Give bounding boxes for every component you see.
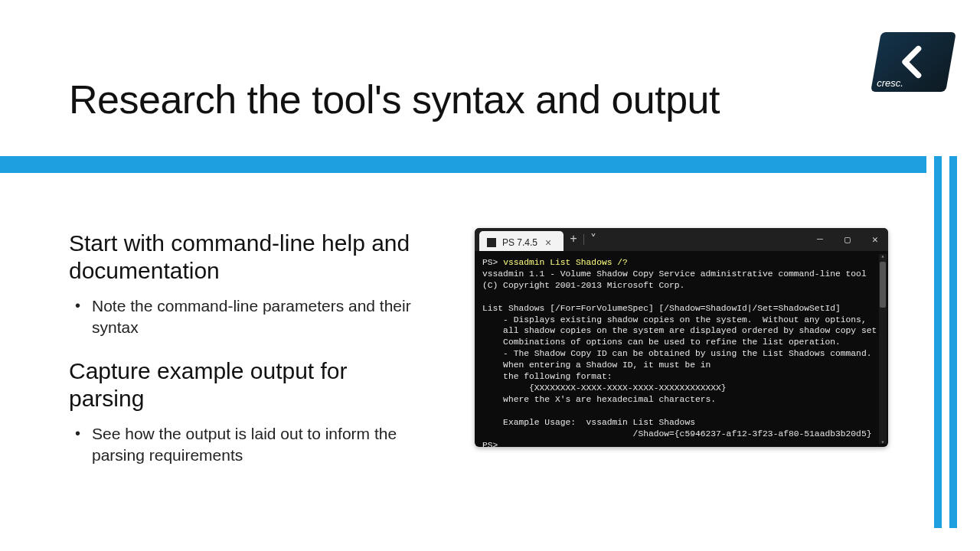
terminal-body[interactable]: PS> vssadmin List Shadows /? vssadmin 1.… [475, 251, 888, 447]
chevron-left-icon [893, 42, 933, 82]
output-line: - Displays existing shadow copies on the… [482, 315, 867, 324]
terminal-titlebar: PS 7.4.5 × + ˅ — ▢ ✕ [475, 228, 888, 251]
prompt: PS> [482, 441, 498, 448]
minimize-button[interactable]: — [807, 233, 833, 246]
output-line: /Shadow={c5946237-af12-3f23-af80-51aadb3… [482, 429, 871, 439]
accent-bar [0, 156, 926, 173]
section-heading: Capture example output for parsing [69, 357, 429, 412]
bullet-list: Note the command-line parameters and the… [69, 295, 429, 339]
terminal-scrollbar[interactable]: ▴ ▾ [879, 254, 887, 444]
terminal-tab[interactable]: PS 7.4.5 × [479, 231, 564, 251]
output-line: Example Usage: vssadmin List Shadows [482, 418, 695, 427]
accent-side-bar [949, 156, 957, 528]
output-line: - The Shadow Copy ID can be obtained by … [482, 349, 871, 358]
new-tab-controls: + ˅ [564, 232, 603, 247]
output-line: Combinations of options can be used to r… [482, 337, 841, 347]
content-left: Start with command-line help and documen… [69, 230, 429, 484]
output-line: the following format: [482, 372, 612, 381]
output-line: (C) Copyright 2001-2013 Microsoft Corp. [482, 281, 684, 290]
output-line: List Shadows [/For=ForVolumeSpec] [/Shad… [482, 304, 841, 313]
close-button[interactable]: ✕ [862, 233, 888, 246]
scroll-down-icon[interactable]: ▾ [879, 439, 887, 445]
prompt: PS> [482, 258, 498, 267]
output-line: When entering a Shadow ID, it must be in [482, 360, 710, 370]
command-text: vssadmin List Shadows /? [503, 258, 628, 267]
accent-side-bar-inner [934, 156, 942, 528]
scroll-up-icon[interactable]: ▴ [879, 253, 887, 259]
section-heading: Start with command-line help and documen… [69, 230, 429, 285]
scrollbar-thumb[interactable] [880, 262, 886, 308]
powershell-icon [487, 238, 496, 247]
output-line: vssadmin 1.1 - Volume Shadow Copy Servic… [482, 269, 867, 279]
close-tab-icon[interactable]: × [544, 236, 556, 249]
output-line: all shadow copies on the system are disp… [482, 326, 882, 335]
separator [583, 234, 584, 245]
brand-logo: cresc. [871, 32, 956, 92]
bullet-list: See how the output is laid out to inform… [69, 423, 429, 467]
output-line: where the X's are hexadecimal characters… [482, 395, 716, 404]
bullet-item: Note the command-line parameters and the… [92, 295, 429, 339]
slide: Research the tool's syntax and output cr… [0, 0, 980, 551]
brand-label: cresc. [877, 77, 903, 89]
terminal-window: PS 7.4.5 × + ˅ — ▢ ✕ PS> vssadmin List S… [475, 228, 888, 447]
tab-title: PS 7.4.5 [502, 237, 537, 248]
tab-dropdown-icon[interactable]: ˅ [590, 232, 596, 247]
new-tab-button[interactable]: + [570, 233, 577, 246]
slide-title: Research the tool's syntax and output [69, 77, 720, 122]
output-line: {XXXXXXXX-XXXX-XXXX-XXXX-XXXXXXXXXXXX} [482, 383, 727, 393]
bullet-item: See how the output is laid out to inform… [92, 423, 429, 467]
maximize-button[interactable]: ▢ [835, 233, 861, 246]
window-controls: — ▢ ✕ [807, 233, 888, 246]
